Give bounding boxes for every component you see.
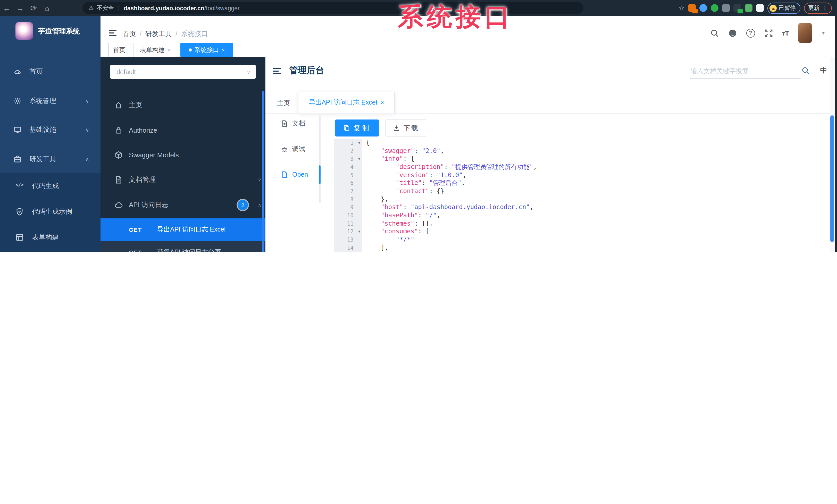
ext-orange[interactable]: 1 [688,4,696,12]
browser-home-icon[interactable]: ⌂ [40,4,54,12]
mini-nav-active-indicator [319,165,321,184]
code-icon: </> [16,182,24,190]
gear-icon [13,97,22,105]
fold-arrow-icon[interactable]: ▾ [358,139,360,147]
paused-pill[interactable]: 已暂停 [767,2,800,14]
fold-arrow-icon[interactable]: ▾ [358,228,360,236]
sidebar-subitem-1[interactable]: </>代码生成 [0,173,101,199]
page-tab-label: 系统接口 [194,45,219,54]
code-editor[interactable]: { "swagger": "2.0", "info": { "descripti… [366,139,837,252]
sidebar-item-2[interactable]: 系统管理∨ [0,86,101,115]
api-menu-item-5[interactable]: API 访问日志2∧ [101,192,265,218]
mini-nav-调试[interactable]: 调试 [265,139,319,160]
logo[interactable]: 芋道管理系统 [0,19,101,50]
browser-forward-icon[interactable]: → [13,4,27,12]
url-text[interactable]: dashboard.yudao.iocoder.cn/tool/swagger [124,5,240,11]
font-size-icon[interactable]: TT [782,29,789,37]
api-operation-2[interactable]: GET获得API 访问日志分页 [101,241,265,252]
browser-refresh-icon[interactable]: ⟳ [27,3,40,13]
chevron-down-icon: ∨ [258,177,261,182]
window-edge [835,16,837,252]
browser-menu-icon[interactable]: ⋮ [822,5,828,11]
line-number: 14 [336,244,354,252]
copy-button[interactable]: 复制 [335,119,379,136]
page-tab-label: 首页 [113,45,125,54]
language-icon[interactable]: 中 [820,66,827,75]
mini-nav-label: Open [292,171,308,178]
line-number: 9 [336,204,354,212]
doc-search-icon[interactable] [801,67,810,75]
mini-nav-文档[interactable]: 文档 [265,113,319,134]
page-tab-3[interactable]: 系统接口× [180,43,233,57]
api-menu-item-3[interactable]: Swagger Models [101,143,265,168]
api-menu-item-4[interactable]: 文档管理∨ [101,167,265,192]
breadcrumb-separator: / [176,30,177,38]
code-line: "info": { [366,155,414,163]
main-scrollbar-thumb[interactable] [830,115,834,242]
ext-pin[interactable] [699,4,707,12]
panel-scrollbar-thumb[interactable] [262,91,264,252]
search-icon[interactable] [710,29,719,37]
monitor-icon [13,126,22,134]
ext-dark-monkey[interactable] [733,4,741,12]
fullscreen-icon[interactable] [764,29,773,37]
doc-tab-2[interactable]: 导出API 访问日志 Excel× [298,92,395,113]
header-actions: ? TT ▼ [710,16,826,50]
line-number: 7 [336,187,354,195]
chevron-up-icon: ∧ [85,156,89,162]
mini-nav-open[interactable]: Open [265,164,319,185]
close-tab-icon[interactable]: × [167,47,170,53]
fold-arrow-icon[interactable]: ▾ [358,155,360,163]
doc-tab-1[interactable]: 主页 [272,94,295,112]
sidebar-subitem-3[interactable]: 表单构建 [0,225,101,250]
api-menu-item-2[interactable]: Authorize [101,118,265,143]
line-number: 13 [336,236,354,244]
close-tab-icon[interactable]: × [221,47,225,53]
breadcrumb: 首页/研发工具/系统接口 [123,30,208,39]
doc-search-input[interactable] [690,64,801,79]
http-method-label: GET [129,249,142,252]
breadcrumb-item[interactable]: 研发工具 [145,30,172,38]
browser-back-icon[interactable]: ← [0,4,13,12]
user-avatar[interactable] [798,23,812,43]
download-icon [393,125,400,131]
sidebar-item-label: 系统管理 [29,96,56,105]
api-menu-label: 主页 [129,100,142,110]
update-label: 更新 [808,4,819,12]
code-line: "host": "api-dashboard.yudao.iocoder.cn"… [366,204,533,212]
sidebar-subitem-2[interactable]: 代码生成示例 [0,199,101,225]
api-group-select[interactable]: default ∨ [110,65,256,79]
http-method-label: GET [129,227,142,233]
user-menu-caret-icon[interactable]: ▼ [821,31,826,36]
sidebar-item-1[interactable]: 首页 [0,57,101,86]
doc-collapse-icon[interactable] [273,68,281,74]
ext-leaf[interactable] [745,4,752,12]
update-pill[interactable]: 更新 ⋮ [804,2,832,14]
code-line: { [366,139,370,147]
page-tab-1[interactable]: 首页 [108,43,130,57]
api-menu-label: Swagger Models [129,151,179,159]
help-icon[interactable]: ? [746,29,755,37]
code-line: }, [366,196,388,204]
download-button[interactable]: 下载 [385,119,427,136]
line-number: 10 [336,212,354,220]
chevron-down-icon: ∨ [85,127,89,133]
api-menu-item-1[interactable]: 主页 [101,92,265,118]
ext-paw[interactable] [756,4,764,12]
form-icon [16,233,24,242]
page-tab-2[interactable]: 表单构建× [133,43,177,57]
menu-collapse-icon[interactable] [109,30,117,36]
bookmark-star-icon[interactable]: ☆ [678,4,684,12]
api-operation-1[interactable]: GET导出API 访问日志 Excel [101,218,265,242]
sidebar-item-3[interactable]: 基础设施∨ [0,115,101,144]
close-tab-icon[interactable]: × [380,99,384,106]
code-line: "contact": {} [366,187,444,195]
sidebar-item-4[interactable]: 研发工具∧ [0,145,101,173]
github-icon[interactable] [728,29,737,37]
sidebar-subitem-4[interactable]: 系统接口 [0,250,101,252]
ext-grid[interactable] [722,4,730,12]
code-line: "basePath": "/", [366,212,440,220]
shield-check-icon [16,208,24,216]
breadcrumb-item[interactable]: 首页 [123,30,136,38]
ext-green-check[interactable] [711,4,718,12]
